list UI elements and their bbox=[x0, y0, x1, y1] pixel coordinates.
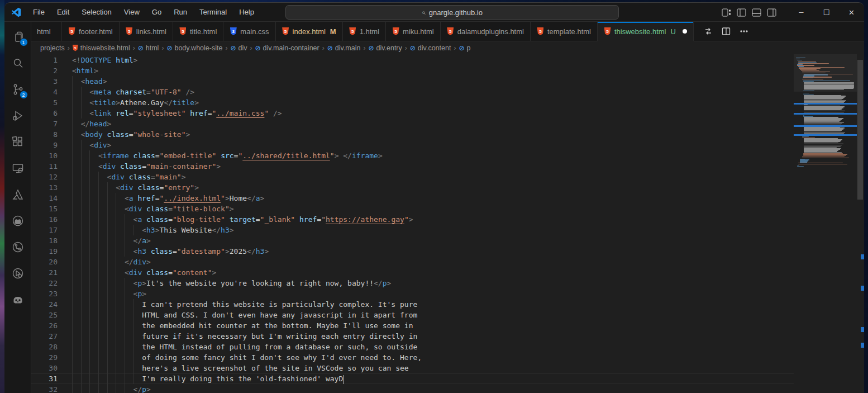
scrollbar-slider[interactable] bbox=[857, 60, 863, 200]
git-modified-badge: M bbox=[330, 27, 336, 36]
code-area[interactable]: 1<!DOCTYPE html>2<html>3<head>4<meta cha… bbox=[31, 54, 794, 393]
breadcrumb-item-html[interactable]: ⊘html bbox=[138, 44, 159, 52]
minimap-line bbox=[804, 145, 842, 145]
unsaved-changes-dot[interactable] bbox=[683, 29, 687, 34]
line-content: <p> bbox=[72, 288, 146, 299]
tab-label: title.html bbox=[190, 27, 217, 36]
breadcrumb-label: div.main-container bbox=[263, 44, 319, 52]
tab-label: index.html bbox=[293, 27, 326, 36]
line-content: <meta charset="UTF-8" /> bbox=[72, 87, 194, 97]
open-changes-icon[interactable] bbox=[704, 27, 713, 36]
menu-edit[interactable]: Edit bbox=[52, 6, 74, 18]
indent-guides bbox=[72, 119, 81, 129]
code-editor[interactable]: 1<!DOCTYPE html>2<html>3<head>4<meta cha… bbox=[31, 54, 864, 393]
breadcrumb-item-thiswebsite-html[interactable]: 5thiswebsite.html bbox=[73, 44, 130, 52]
menu-run[interactable]: Run bbox=[169, 6, 192, 18]
activity-bar-item-github[interactable] bbox=[7, 210, 29, 231]
tab-miku-html[interactable]: 5miku.html bbox=[386, 22, 441, 41]
indent-guides bbox=[72, 257, 125, 267]
html-file-icon: 5 bbox=[604, 27, 611, 36]
tab-dalamudplugins-html[interactable]: 5dalamudplugins.html bbox=[441, 22, 531, 41]
indent-guides bbox=[72, 331, 142, 342]
menu-help[interactable]: Help bbox=[234, 6, 259, 18]
breadcrumb-item-div-main[interactable]: ⊘div.main bbox=[327, 44, 361, 52]
maximize-button[interactable]: ☐ bbox=[814, 3, 839, 22]
breadcrumb-item-p[interactable]: ⊘p bbox=[459, 44, 470, 52]
tab-footer-html[interactable]: 5footer.html bbox=[62, 22, 120, 41]
tab-template-html[interactable]: 5template.html bbox=[531, 22, 598, 41]
css-file-icon: 3 bbox=[230, 27, 237, 36]
desktop-wallpaper: FileEditSelectionViewGoRunTerminalHelp ←… bbox=[0, 0, 868, 393]
breadcrumb-separator: › bbox=[322, 44, 325, 52]
line-content: future if it's necessary but I'm writing… bbox=[72, 331, 417, 342]
indent-guides bbox=[72, 246, 133, 257]
menu-terminal[interactable]: Terminal bbox=[194, 6, 232, 18]
code-line-23: 23<p> bbox=[31, 288, 794, 299]
breadcrumb-item-div[interactable]: ⊘div bbox=[230, 44, 247, 52]
breadcrumb-item-div-main-container[interactable]: ⊘div.main-container bbox=[255, 44, 319, 52]
toggle-secondary-sidebar-icon[interactable] bbox=[767, 8, 776, 17]
activity-bar-item-run-debug[interactable] bbox=[7, 105, 29, 126]
tab-links-html[interactable]: 5links.html bbox=[120, 22, 173, 41]
menu-file[interactable]: File bbox=[28, 6, 50, 18]
vertical-scrollbar[interactable] bbox=[857, 54, 864, 393]
minimap-line bbox=[804, 147, 837, 148]
tab-main-css[interactable]: 3main.css bbox=[223, 22, 275, 41]
breadcrumb-item-div-content[interactable]: ⊘div.content bbox=[410, 44, 451, 52]
toggle-panel-icon[interactable] bbox=[752, 8, 761, 17]
tab-1-html[interactable]: 51.html bbox=[343, 22, 386, 41]
overview-ruler-mark bbox=[861, 286, 864, 291]
indent-guides bbox=[72, 384, 133, 393]
line-content: <div class="entry"> bbox=[72, 182, 199, 193]
menu-selection[interactable]: Selection bbox=[77, 6, 116, 18]
line-number: 1 bbox=[31, 55, 58, 65]
tab-thiswebsite-html[interactable]: 5thiswebsite.htmlU bbox=[598, 22, 694, 41]
line-number: 13 bbox=[31, 182, 58, 193]
line-number: 31 bbox=[31, 373, 58, 384]
indent-guides bbox=[72, 342, 142, 352]
command-center-search[interactable]: ⌕ gnargle.github.io bbox=[285, 5, 619, 20]
minimap-slider[interactable] bbox=[794, 54, 857, 92]
activity-bar-item-godot-tools[interactable] bbox=[7, 289, 29, 310]
activity-bar-item-azure[interactable] bbox=[7, 184, 29, 205]
overview-ruler-mark bbox=[861, 327, 864, 332]
tab-index-html[interactable]: 5index.htmlM bbox=[276, 22, 343, 41]
tab-label: template.html bbox=[547, 27, 591, 36]
activity-bar-item-remote-explorer[interactable] bbox=[7, 158, 29, 179]
breadcrumb-item-div-entry[interactable]: ⊘div.entry bbox=[368, 44, 402, 52]
toggle-primary-sidebar-icon[interactable] bbox=[737, 8, 746, 17]
minimap-line bbox=[797, 166, 804, 167]
minimap[interactable] bbox=[794, 54, 857, 393]
minimap-highlight-bar bbox=[794, 125, 857, 127]
line-number: 9 bbox=[31, 140, 58, 150]
activity-bar-item-extensions[interactable] bbox=[7, 131, 29, 153]
minimize-button[interactable]: ─ bbox=[789, 3, 814, 22]
tab-label: miku.html bbox=[403, 27, 434, 36]
code-line-30: 30here's a live screenshot of the site i… bbox=[31, 363, 794, 373]
split-editor-icon[interactable] bbox=[722, 27, 731, 36]
activity-bar-item-source-control[interactable]: 2 bbox=[7, 79, 29, 100]
menu-go[interactable]: Go bbox=[147, 6, 166, 18]
line-content: <h3>This Website</h3> bbox=[72, 225, 234, 235]
more-actions-icon[interactable] bbox=[740, 27, 748, 36]
activity-bar-item-explorer[interactable]: 1 bbox=[7, 26, 29, 48]
debug-icon bbox=[11, 109, 25, 122]
close-button[interactable]: ✕ bbox=[839, 3, 864, 22]
customize-layout-icon[interactable] bbox=[722, 8, 731, 17]
line-content: <body class="whole-site"> bbox=[72, 129, 190, 140]
line-content: <a class="blog-title" target="_blank" hr… bbox=[72, 214, 413, 225]
activity-bar-item-gitlens[interactable] bbox=[7, 263, 29, 284]
line-content: <html> bbox=[72, 65, 98, 76]
tab-html[interactable]: html bbox=[31, 22, 62, 41]
activity-bar-item-search[interactable] bbox=[7, 53, 29, 74]
breadcrumb-item-body-whole-site[interactable]: ⊘body.whole-site bbox=[166, 44, 222, 52]
menu-view[interactable]: View bbox=[119, 6, 145, 18]
tab-title-html[interactable]: 5title.html bbox=[173, 22, 223, 41]
code-line-16: 16<a class="blog-title" target="_blank" … bbox=[31, 214, 794, 225]
activity-bar-item-git-graph[interactable] bbox=[7, 236, 29, 258]
indent-guides bbox=[72, 129, 81, 140]
breadcrumb-item-projects[interactable]: projects bbox=[40, 44, 65, 52]
html-file-icon: 5 bbox=[282, 27, 289, 36]
indent-guides bbox=[72, 161, 98, 172]
line-content: <link rel="stylesheet" href="../main.css… bbox=[72, 108, 282, 119]
